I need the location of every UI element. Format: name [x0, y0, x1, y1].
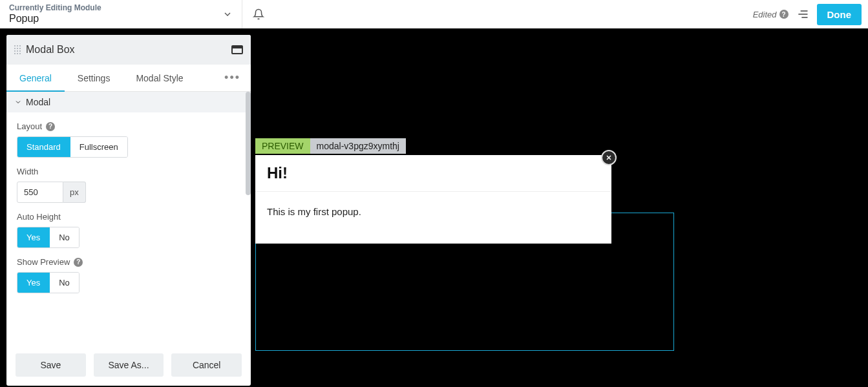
topbar-mid [242, 0, 275, 28]
auto-height-yes-button[interactable]: Yes [17, 227, 49, 247]
inspector-footer: Save Save As... Cancel [6, 347, 251, 386]
modal-preview[interactable]: Hi! This is my first popup. [255, 155, 611, 244]
inspector-panel: Modal Box General Settings Modal Style •… [6, 35, 251, 386]
section-modal[interactable]: Modal [6, 92, 251, 112]
layout-toggle: Standard Fullscreen [17, 136, 128, 158]
modal-body: This is my first popup. [255, 192, 611, 244]
preview-tags: PREVIEW modal-v3pgz9xymthj [255, 138, 406, 154]
form-body: Layout ? Standard Fullscreen Width px [6, 112, 251, 347]
field-auto-height: Auto Height Yes No [17, 212, 240, 248]
field-show-preview: Show Preview ? Yes No [17, 257, 240, 293]
module-selector[interactable]: Currently Editing Module Popup [0, 0, 242, 28]
list-icon[interactable] [796, 8, 809, 21]
inspector-title: Modal Box [26, 44, 231, 56]
label-text: Width [17, 167, 38, 176]
modal-title: Hi! [255, 155, 611, 192]
show-preview-yes-button[interactable]: Yes [17, 273, 49, 293]
close-icon[interactable] [601, 150, 617, 165]
inspector-tabs: General Settings Modal Style ••• [6, 65, 251, 92]
window-icon[interactable] [231, 45, 243, 54]
field-label: Layout ? [17, 121, 240, 131]
workspace: Modal Box General Settings Modal Style •… [0, 28, 868, 387]
field-width: Width px [17, 167, 240, 203]
tab-general[interactable]: General [6, 65, 65, 91]
layout-standard-button[interactable]: Standard [17, 137, 70, 157]
scrollbar-thumb[interactable] [246, 92, 251, 195]
inspector-header[interactable]: Modal Box [6, 35, 251, 65]
label-text: Show Preview [17, 257, 70, 267]
drag-handle-icon[interactable] [14, 45, 21, 54]
module-info: Currently Editing Module Popup [9, 4, 222, 25]
show-preview-toggle: Yes No [17, 272, 79, 293]
field-layout: Layout ? Standard Fullscreen [17, 121, 240, 158]
width-input-group: px [17, 182, 86, 203]
topbar-right: Edited ? Done [753, 4, 868, 25]
save-button[interactable]: Save [16, 353, 86, 377]
help-icon[interactable]: ? [779, 10, 789, 19]
label-text: Layout [17, 121, 42, 131]
field-label: Width [17, 167, 240, 176]
width-input[interactable] [17, 182, 63, 203]
help-icon[interactable]: ? [46, 122, 55, 131]
layout-fullscreen-button[interactable]: Fullscreen [70, 137, 127, 157]
preview-badge: PREVIEW [255, 138, 310, 154]
help-icon[interactable]: ? [74, 258, 83, 267]
label-text: Auto Height [17, 212, 61, 222]
save-as-button[interactable]: Save As... [94, 353, 164, 377]
field-label: Show Preview ? [17, 257, 240, 267]
module-label: Currently Editing Module [9, 4, 222, 12]
auto-height-toggle: Yes No [17, 227, 79, 248]
tab-modal-style[interactable]: Modal Style [123, 65, 196, 91]
chevron-down-icon [14, 98, 22, 106]
auto-height-no-button[interactable]: No [49, 227, 79, 247]
chevron-down-icon[interactable] [222, 9, 233, 19]
cancel-button[interactable]: Cancel [171, 353, 242, 377]
bell-icon[interactable] [253, 8, 264, 20]
show-preview-no-button[interactable]: No [49, 273, 79, 293]
width-unit[interactable]: px [63, 182, 86, 203]
edited-label: Edited [753, 10, 777, 19]
field-label: Auto Height [17, 212, 240, 222]
module-name: Popup [9, 12, 222, 25]
tab-settings[interactable]: Settings [65, 65, 123, 91]
topbar: Currently Editing Module Popup Edited ? … [0, 0, 868, 28]
done-button[interactable]: Done [817, 4, 862, 25]
tab-more-icon[interactable]: ••• [214, 65, 251, 91]
scrollbar[interactable] [246, 92, 251, 240]
modal-id-badge: modal-v3pgz9xymthj [310, 138, 406, 154]
edited-indicator: Edited ? [753, 10, 789, 19]
section-title: Modal [26, 97, 50, 107]
